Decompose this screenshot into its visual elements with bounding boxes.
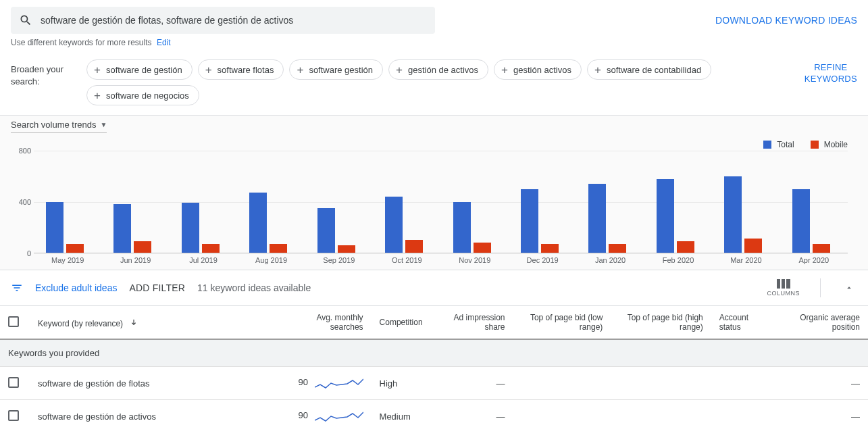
bar-total (724, 176, 742, 253)
cell-searches: 90 (280, 367, 372, 400)
sort-arrow-down-icon (129, 318, 138, 330)
columns-icon (777, 279, 790, 289)
bar-total (113, 204, 131, 253)
chevron-up-icon (844, 283, 854, 293)
cell-competition: High (372, 367, 431, 400)
refine-keywords-button[interactable]: REFINEKEYWORDS (805, 59, 857, 85)
plus-icon: + (501, 64, 508, 76)
cell-account (711, 400, 775, 424)
cell-keyword: software de gestión de flotas (30, 367, 280, 400)
hint-text: Use different keywords for more results (11, 38, 152, 47)
table-row[interactable]: software de gestión de activos90 Medium—… (0, 400, 868, 424)
x-label: May 2019 (34, 253, 101, 266)
plus-icon: + (205, 64, 212, 76)
bar-mobile (405, 240, 423, 253)
cell-impression: — (431, 367, 513, 400)
broaden-chip[interactable]: +software gestión (289, 59, 383, 80)
broaden-chip[interactable]: +software de negocios (86, 85, 199, 105)
col-organic[interactable]: Organic average position (775, 306, 868, 339)
table-row[interactable]: software de gestión de flotas90 High—— (0, 367, 868, 400)
x-label: Aug 2019 (237, 253, 305, 266)
x-label: Feb 2020 (644, 253, 712, 266)
cell-searches: 90 (280, 400, 372, 424)
broaden-chip[interactable]: +gestión activos (494, 59, 582, 80)
cell-organic: — (775, 367, 868, 400)
x-label: Jul 2019 (170, 253, 237, 266)
col-account[interactable]: Account status (711, 306, 775, 339)
plus-icon: + (94, 90, 101, 101)
exclude-adult-ideas-link[interactable]: Exclude adult ideas (35, 282, 117, 293)
plus-icon: + (297, 64, 303, 76)
cell-bid-low (513, 400, 611, 424)
broaden-chip[interactable]: +software flotas (198, 59, 284, 80)
broaden-chip[interactable]: +software de contabilidad (587, 59, 711, 80)
bar-total (792, 189, 810, 253)
x-label: Jan 2020 (576, 253, 644, 266)
download-keyword-ideas-link[interactable]: DOWNLOAD KEYWORD IDEAS (715, 15, 857, 26)
y-tick: 400 (19, 198, 31, 206)
bar-total (385, 197, 403, 253)
row-checkbox[interactable] (8, 410, 19, 421)
search-box[interactable] (11, 7, 435, 34)
bar-mobile (744, 239, 762, 253)
bar-total (453, 202, 471, 253)
bar-total (249, 193, 267, 253)
col-bid-high[interactable]: Top of page bid (high range) (611, 306, 711, 339)
bar-mobile (609, 244, 626, 253)
bar-mobile (541, 244, 559, 253)
cell-competition: Medium (372, 400, 431, 424)
row-checkbox[interactable] (8, 377, 19, 388)
cell-bid-high (611, 367, 711, 400)
col-searches[interactable]: Avg. monthly searches (280, 306, 372, 339)
collapse-button[interactable] (841, 280, 857, 296)
y-tick: 800 (19, 147, 31, 155)
broaden-chip[interactable]: +software de gestión (86, 59, 193, 80)
broaden-label: Broaden your search: (11, 59, 86, 88)
broaden-chip[interactable]: +gestión de activos (388, 59, 488, 80)
divider (820, 278, 821, 297)
search-input[interactable] (41, 15, 427, 26)
select-all-checkbox[interactable] (8, 316, 19, 327)
keywords-table: Keyword (by relevance) Avg. monthly sear… (0, 306, 868, 423)
chart-title: Search volume trends (11, 120, 96, 130)
col-keyword[interactable]: Keyword (by relevance) (30, 306, 280, 339)
plus-icon: + (594, 64, 601, 76)
x-label: Apr 2020 (780, 253, 848, 266)
cell-keyword: software de gestión de activos (30, 400, 280, 424)
x-label: Nov 2019 (441, 253, 509, 266)
bar-mobile (202, 244, 220, 253)
bar-total (657, 179, 674, 253)
chart-title-dropdown[interactable]: Search volume trends ▼ (11, 120, 107, 133)
edit-link[interactable]: Edit (157, 38, 171, 47)
chevron-down-icon: ▼ (100, 121, 107, 128)
bar-mobile (677, 241, 694, 253)
bar-total (46, 202, 63, 253)
cell-organic: — (775, 400, 868, 424)
bar-mobile (813, 244, 830, 253)
col-competition[interactable]: Competition (372, 306, 431, 339)
bar-mobile (66, 244, 84, 253)
col-bid-low[interactable]: Top of page bid (low range) (513, 306, 611, 339)
bar-mobile (270, 244, 287, 253)
add-filter-button[interactable]: ADD FILTER (129, 282, 185, 293)
x-label: Dec 2019 (509, 253, 576, 266)
x-label: Mar 2020 (712, 253, 780, 266)
keyword-ideas-count: 11 keyword ideas available (197, 282, 311, 293)
cell-account (711, 367, 775, 400)
columns-button[interactable]: COLUMNS (767, 279, 800, 297)
x-label: Sep 2019 (305, 253, 373, 266)
y-tick: 0 (27, 249, 31, 257)
legend-mobile: Mobile (811, 140, 848, 149)
x-label: Oct 2019 (373, 253, 440, 266)
bar-mobile (338, 245, 355, 253)
plus-icon: + (94, 64, 101, 76)
chart-section: Search volume trends ▼ Total Mobile 0400… (0, 116, 868, 270)
bar-mobile (134, 241, 151, 253)
filter-icon (11, 282, 23, 294)
col-impression[interactable]: Ad impression share (431, 306, 513, 339)
x-label: Jun 2019 (101, 253, 169, 266)
plus-icon: + (396, 64, 403, 76)
cell-bid-high (611, 400, 711, 424)
cell-impression: — (431, 400, 513, 424)
search-icon (19, 14, 32, 27)
